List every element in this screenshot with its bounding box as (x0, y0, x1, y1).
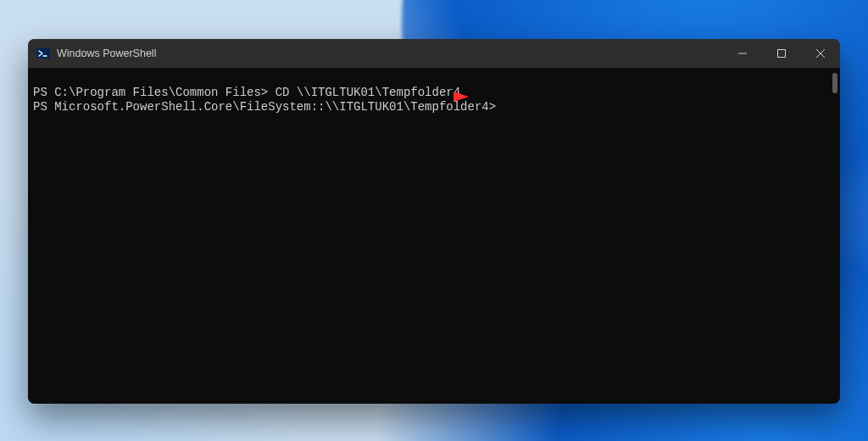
command-1: CD \\ITGLTUK01\Tempfolder4 (268, 86, 460, 99)
titlebar[interactable]: Windows PowerShell (28, 39, 840, 68)
window-title: Windows PowerShell (57, 47, 156, 59)
powershell-window: Windows PowerShell PS C:\Program Files\C… (28, 39, 840, 404)
terminal-body[interactable]: PS C:\Program Files\Common Files> CD \\I… (28, 68, 840, 404)
svg-rect-3 (778, 50, 786, 58)
minimize-button[interactable] (723, 39, 762, 68)
terminal-line-1: PS C:\Program Files\Common Files> CD \\I… (33, 86, 835, 100)
prompt-1: PS C:\Program Files\Common Files> (33, 86, 268, 99)
close-button[interactable] (801, 39, 840, 68)
svg-rect-0 (36, 48, 50, 59)
cursor (496, 101, 503, 114)
terminal-line-2: PS Microsoft.PowerShell.Core\FileSystem:… (33, 100, 835, 114)
scrollbar-thumb[interactable] (832, 73, 837, 93)
maximize-button[interactable] (762, 39, 801, 68)
powershell-icon (36, 47, 50, 60)
prompt-2: PS Microsoft.PowerShell.Core\FileSystem:… (33, 100, 496, 114)
window-controls (723, 39, 840, 68)
